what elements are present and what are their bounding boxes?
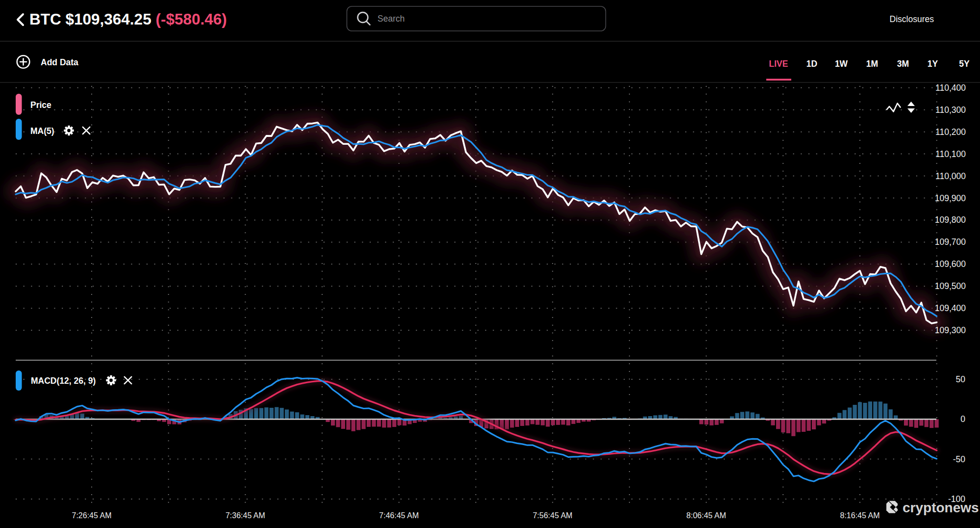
svg-text:110,100: 110,100 [935, 149, 966, 159]
svg-text:MA(5): MA(5) [30, 126, 54, 136]
svg-text:Price: Price [30, 100, 51, 110]
svg-text:1W: 1W [835, 59, 848, 69]
svg-text:8:06:45 AM: 8:06:45 AM [686, 511, 726, 520]
svg-text:8:16:45 AM: 8:16:45 AM [840, 511, 880, 520]
svg-text:5Y: 5Y [959, 59, 970, 69]
svg-text:109,800: 109,800 [935, 215, 966, 225]
svg-text:1M: 1M [866, 59, 878, 69]
svg-text:109,900: 109,900 [935, 193, 966, 203]
svg-text:109,600: 109,600 [935, 259, 966, 269]
svg-text:LIVE: LIVE [769, 59, 788, 69]
svg-text:1Y: 1Y [928, 59, 938, 69]
svg-text:110,000: 110,000 [935, 171, 966, 181]
svg-text:7:46:45 AM: 7:46:45 AM [379, 511, 419, 520]
svg-text:7:26:45 AM: 7:26:45 AM [72, 511, 112, 520]
svg-text:Disclosures: Disclosures [890, 14, 934, 24]
svg-text:MACD(12, 26, 9): MACD(12, 26, 9) [31, 376, 96, 386]
svg-text:1D: 1D [806, 59, 817, 69]
svg-text:BTC $109,364.25 (-$580.46): BTC $109,364.25 (-$580.46) [29, 10, 227, 28]
svg-text:-50: -50 [953, 454, 966, 464]
svg-text:110,200: 110,200 [935, 127, 966, 137]
svg-text:109,300: 109,300 [935, 325, 966, 335]
svg-text:109,500: 109,500 [935, 281, 966, 291]
svg-text:109,400: 109,400 [935, 303, 966, 313]
svg-text:Search: Search [377, 14, 404, 24]
svg-text:109,700: 109,700 [935, 237, 966, 247]
svg-text:7:36:45 AM: 7:36:45 AM [226, 511, 265, 520]
svg-text:50: 50 [956, 374, 966, 384]
svg-text:110,300: 110,300 [935, 105, 966, 115]
svg-text:Add Data: Add Data [41, 57, 78, 67]
svg-text:7:56:45 AM: 7:56:45 AM [533, 511, 573, 520]
svg-text:110,400: 110,400 [935, 83, 966, 93]
svg-text:3M: 3M [897, 59, 909, 69]
svg-text:0: 0 [960, 414, 965, 424]
svg-text:cryptonews: cryptonews [903, 500, 979, 515]
